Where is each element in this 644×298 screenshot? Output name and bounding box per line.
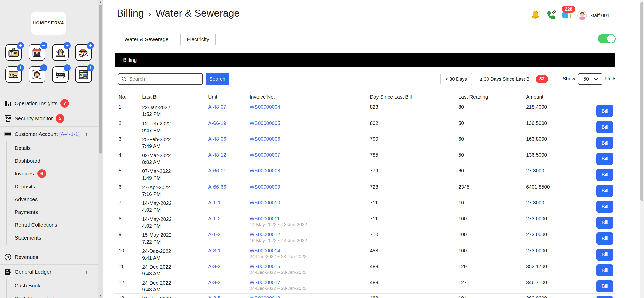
tab-water-sewerage[interactable]: Water & Sewerage (118, 34, 175, 45)
unit-link[interactable]: A-48-12 (208, 152, 226, 158)
search-button[interactable]: Search (206, 73, 229, 85)
toggle-switch[interactable] (598, 34, 616, 43)
invoice-link[interactable]: WS00000004 (250, 104, 280, 110)
sidebar-item-rental-collections[interactable]: Rental Collections (15, 220, 90, 230)
app-icon-id-badge[interactable]: + (5, 44, 22, 61)
unit-link[interactable]: A-66-66 (208, 184, 226, 190)
last-bill-cell: 22-Jan-2022 1:52 PM (142, 104, 208, 118)
sidebar-item-customer-account[interactable]: Customer Account [A-4-1-1] ↑ (0, 129, 94, 139)
app-icon-house-services[interactable]: + (75, 44, 92, 61)
filter-gte-30-days-button[interactable]: ≥ 30 Days Since Last Bill 33 (476, 73, 552, 85)
filter-lt-30-days-button[interactable]: < 30 Days (440, 73, 472, 85)
invoice-link[interactable]: WS00000012 (250, 232, 280, 237)
add-icon[interactable]: + (17, 64, 24, 71)
invoice-link[interactable]: WS00000006 (250, 136, 280, 142)
invoice-link[interactable]: WS00000008 (250, 168, 280, 173)
bill-button[interactable]: Bill (596, 185, 613, 197)
bill-button[interactable]: Bill (596, 249, 613, 261)
sidebar-item-advances[interactable]: Advances (15, 194, 90, 204)
tab-electricity[interactable]: Electricity (180, 34, 216, 45)
unit-link[interactable]: A-66-01 (208, 168, 226, 173)
sidebar-scrollbar-thumb[interactable] (99, 5, 102, 154)
sidebar-item-bank-reconciliation[interactable]: Bank Reconciliation (15, 294, 90, 298)
bill-button[interactable]: Bill (596, 280, 613, 292)
collapse-arrow-icon[interactable]: ↑ (85, 131, 88, 138)
unit-link[interactable]: A-48-07 (208, 104, 226, 110)
scroll-up-arrow[interactable] (99, 1, 102, 3)
sidebar-item-details[interactable]: Details (15, 143, 90, 153)
app-icon-bank[interactable]: $ + (52, 44, 69, 61)
notifications-bell-icon[interactable] (531, 10, 540, 21)
add-icon[interactable]: + (40, 42, 47, 49)
call-phone-icon[interactable] (546, 10, 556, 21)
bill-button[interactable]: Bill (596, 121, 613, 133)
unit-link[interactable]: A-3-3 (208, 280, 221, 285)
sidebar-item-dashboard[interactable]: Dashboard (15, 156, 90, 166)
avatar[interactable] (577, 11, 587, 20)
contact-queue-icon[interactable]: + 228 (560, 6, 577, 20)
sidebar-item-deposits[interactable]: Deposits (15, 182, 90, 192)
invoice-link[interactable]: WS00000014 (250, 248, 280, 253)
brand-logo: HOMESERVA (31, 12, 66, 35)
unit-link[interactable]: A-1-1 (208, 200, 221, 205)
bill-button[interactable]: Bill (596, 232, 613, 245)
billing-period: 15-May-2022 ~ 14-Jun-2022 (250, 237, 370, 244)
scroll-down-arrow[interactable] (99, 295, 102, 297)
invoice-link[interactable]: WS00000018 (250, 295, 280, 298)
unit-link[interactable]: A-3-5 (208, 295, 221, 298)
unit-link[interactable]: A-3-2 (208, 264, 221, 269)
sidebar-item-statements[interactable]: Statements (15, 233, 90, 243)
bill-button[interactable]: Bill (596, 217, 613, 229)
window-scrollbar[interactable] (640, 0, 644, 298)
unit-link[interactable]: A-3-1 (208, 248, 221, 253)
invoice-cell: WS00000006 (250, 136, 370, 150)
bill-button[interactable]: Bill (596, 105, 613, 117)
add-icon[interactable]: + (64, 64, 71, 71)
invoice-link[interactable]: WS00000016 (250, 264, 280, 269)
sidebar-item-payments[interactable]: Payments (15, 207, 90, 217)
sidebar-item-security-monitor[interactable]: Security Monitor 5 (0, 113, 94, 124)
bill-button[interactable]: Bill (596, 201, 613, 213)
unit-link[interactable]: A-1-3 (208, 232, 221, 237)
add-icon[interactable]: + (64, 42, 71, 49)
app-icon-face-scan[interactable]: + (29, 66, 45, 83)
bill-button[interactable]: Bill (596, 296, 613, 298)
staff-name[interactable]: Staff 001 (589, 13, 610, 18)
sidebar-scrollbar[interactable] (98, 0, 103, 298)
add-icon[interactable]: + (40, 64, 47, 71)
unit-link[interactable]: A-1-2 (208, 216, 221, 221)
sidebar-item-general-ledger[interactable]: $ General Ledger ↑ (0, 267, 94, 277)
invoice-link[interactable]: WS00000009 (250, 184, 280, 190)
invoice-link[interactable]: WS00000017 (250, 280, 280, 285)
add-icon[interactable]: + (17, 42, 24, 49)
app-icon-calendar[interactable]: + (29, 44, 45, 61)
bill-button[interactable]: Bill (596, 264, 613, 276)
sidebar-item-invoices[interactable]: Invoices6 (15, 169, 90, 179)
add-icon[interactable]: + (87, 42, 94, 49)
invoice-cell: WS00000011 14-May-2022 ~ 13-Jun-2022 (250, 216, 370, 230)
invoice-link[interactable]: WS00000010 (250, 200, 280, 205)
amount: 136.5000 (526, 120, 596, 134)
invoice-link[interactable]: WS00000005 (250, 120, 280, 126)
add-icon[interactable]: + (87, 64, 94, 71)
sidebar-item-operation-insights[interactable]: Operation Insights 7 (0, 98, 94, 108)
collapse-arrow-icon[interactable]: ↑ (85, 268, 88, 275)
unit-link[interactable]: A-48-06 (208, 136, 226, 142)
bill-button[interactable]: Bill (596, 169, 613, 181)
search-input[interactable] (129, 76, 197, 82)
sidebar-item-cash-book[interactable]: Cash Book (15, 281, 90, 291)
page-size-select[interactable]: 50 (578, 73, 602, 85)
sidebar-item-revenues[interactable]: $ Revenues (0, 252, 94, 262)
app-icon-access-key[interactable]: + (5, 66, 22, 83)
table-row: 13 24-Dec-2022 9:43 AM A-3-5 WS00000018 … (115, 294, 615, 298)
window-scrollbar-thumb[interactable] (640, 2, 643, 201)
bill-button[interactable]: Bill (596, 153, 613, 165)
invoice-link[interactable]: WS00000007 (250, 152, 280, 158)
bill-button[interactable]: Bill (596, 137, 613, 149)
app-icon-plate-recognition[interactable]: ABC 123 + (52, 66, 69, 83)
breadcrumb-section[interactable]: Billing (117, 8, 144, 19)
app-icon-login-screen[interactable]: Login + (75, 66, 92, 83)
unit-link[interactable]: A-66-19 (208, 120, 226, 126)
invoice-link[interactable]: WS00000011 (250, 216, 280, 221)
invoices-badge: 6 (37, 169, 46, 178)
